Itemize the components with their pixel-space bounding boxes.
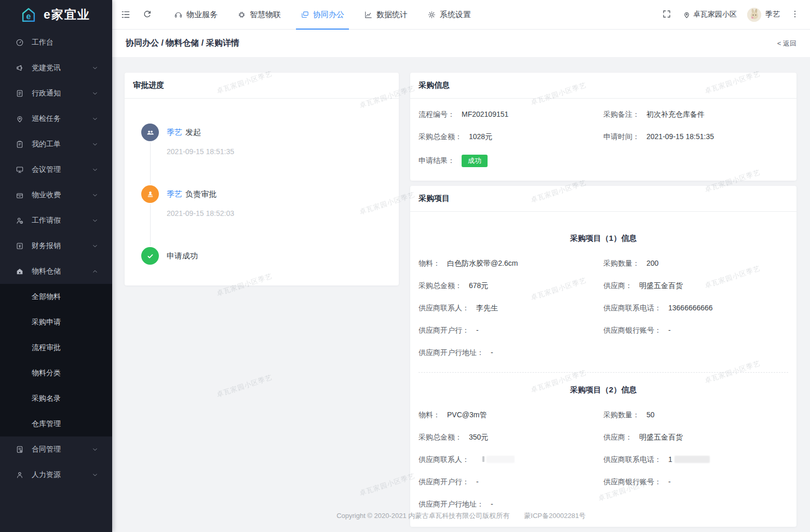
user-chip[interactable]: 季艺 <box>747 8 780 22</box>
topnav-system-settings[interactable]: 系统设置 <box>426 0 473 30</box>
item-field: 供应商开户行：- <box>419 326 603 335</box>
sidebar-item-warehouse[interactable]: 物料仓储 <box>0 258 112 284</box>
user-name: 季艺 <box>765 10 780 19</box>
item-field: 采购数量：200 <box>603 259 788 268</box>
stamp-icon <box>141 185 159 203</box>
redaction-box <box>487 456 515 463</box>
step-user-link[interactable]: 季艺 <box>167 128 182 137</box>
sidebar-item-meeting[interactable]: 会议管理 <box>0 157 112 182</box>
chevron-down-icon <box>91 64 99 72</box>
submenu-item[interactable]: 物料分类 <box>0 360 112 386</box>
sidebar-item-finance[interactable]: 财务报销 <box>0 233 112 258</box>
purchase-info-title: 采购信息 <box>410 73 797 99</box>
chevron-down-icon <box>91 90 99 97</box>
submenu-item[interactable]: 采购名录 <box>0 386 112 411</box>
topnav-smart-iot[interactable]: 智慧物联 <box>236 0 282 30</box>
item-field-grid: 物料：PVC@3m管采购数量：50采购总金额：350元供应商：明盛五金百货供应商… <box>419 411 788 509</box>
icp-text: 蒙ICP备20002281号 <box>524 512 586 520</box>
right-column: 采购信息 流程编号：MF202109151 采购备注：初次补充仓库备件 采购总金… <box>410 73 797 527</box>
item-field: 供应商银行账号：- <box>603 478 788 487</box>
sidebar-item-leave[interactable]: 工作请假 <box>0 208 112 233</box>
topnav-collab-office[interactable]: 协同办公 <box>299 0 346 30</box>
step-user-link[interactable]: 季艺 <box>167 189 182 198</box>
item-field-grid: 物料：白色防水胶带@2.6cm采购数量：200采购总金额：678元供应商：明盛五… <box>419 259 788 358</box>
back-button[interactable]: < 返回 <box>777 39 797 48</box>
item-field: 供应商银行账号：- <box>603 326 788 335</box>
submenu-item[interactable]: 采购申请 <box>0 309 112 335</box>
item-field: 供应商联系人： <box>419 455 603 465</box>
chevron-down-icon <box>91 166 99 173</box>
home-logo-icon: e <box>20 6 37 24</box>
chevron-down-icon <box>91 242 99 250</box>
sidebar-item-workorder[interactable]: 我的工单 <box>0 131 112 157</box>
topbar: 物业服务智慧物联协同办公数据统计系统设置 卓瓦家园小区 <box>112 0 810 30</box>
refresh-icon[interactable] <box>142 9 153 20</box>
check-icon <box>141 247 159 265</box>
community-name: 卓瓦家园小区 <box>693 10 737 19</box>
system-settings-icon <box>427 10 436 19</box>
submenu-item[interactable]: 仓库管理 <box>0 411 112 436</box>
chevron-down-icon <box>91 192 99 199</box>
chevron-down-icon <box>91 217 99 224</box>
step-action: 负责审批 <box>185 189 217 198</box>
topbar-right: 卓瓦家园小区 季艺 <box>662 8 801 22</box>
redacted-value <box>482 456 484 462</box>
sidebar-item-contract[interactable]: 合同管理 <box>0 436 112 462</box>
data-stats-icon <box>364 10 373 19</box>
app-logo[interactable]: e e家宜业 <box>0 0 112 30</box>
sidebar-item-notice[interactable]: 行政通知 <box>0 80 112 106</box>
hr-icon <box>16 470 24 479</box>
breadcrumb-bar: 协同办公 / 物料仓储 / 采购详情 < 返回 <box>112 30 810 57</box>
avatar <box>747 8 761 22</box>
field-apply-time: 申请时间：2021-09-15 18:51:35 <box>603 132 788 142</box>
step-timestamp: 2021-09-15 18:52:03 <box>167 209 234 217</box>
purchase-items-title: 采购项目 <box>410 186 797 212</box>
sidebar-item-hr[interactable]: 人力资源 <box>0 462 112 487</box>
item-field: 供应商开户行地址：- <box>419 500 603 509</box>
chevron-down-icon <box>91 471 99 479</box>
breadcrumb: 协同办公 / 物料仓储 / 采购详情 <box>126 38 239 49</box>
item-section-title: 采购项目（2）信息 <box>419 385 788 395</box>
item-field: 供应商：明盛五金百货 <box>603 433 788 442</box>
field-total-amount: 采购总金额：1028元 <box>419 132 603 142</box>
smart-iot-icon <box>237 10 246 19</box>
sidebar-item-patrol[interactable]: 巡检任务 <box>0 106 112 131</box>
approval-timeline: 季艺发起 2021-09-15 18:51:35 季艺负责审批 <box>125 99 399 265</box>
field-process-no: 流程编号：MF202109151 <box>419 110 603 119</box>
status-badge: 成功 <box>462 155 488 167</box>
community-selector[interactable]: 卓瓦家园小区 <box>683 10 737 19</box>
sidebar-item-fee[interactable]: 物业收费 <box>0 182 112 208</box>
menu-collapse-icon[interactable] <box>120 9 131 20</box>
contract-icon <box>16 445 24 454</box>
notice-icon <box>16 89 24 98</box>
chevron-down-icon <box>91 115 99 122</box>
meeting-icon <box>16 165 24 174</box>
sidebar-menu: 工作台党建党讯行政通知巡检任务我的工单会议管理物业收费工作请假财务报销物料仓储全… <box>0 30 112 487</box>
chevron-up-icon <box>91 268 99 275</box>
section-divider <box>419 372 788 373</box>
content-area: 审批进度 季艺发起 2021-09-15 18:51:35 <box>112 57 810 532</box>
submenu-warehouse: 全部物料采购申请流程审批物料分类采购名录仓库管理 <box>0 284 112 436</box>
party-icon <box>16 63 24 72</box>
topnav-data-stats[interactable]: 数据统计 <box>362 0 409 30</box>
sidebar-item-party[interactable]: 党建党讯 <box>0 55 112 80</box>
more-menu-icon[interactable] <box>790 9 801 20</box>
topnav-property-service[interactable]: 物业服务 <box>172 0 219 30</box>
sidebar-item-workbench[interactable]: 工作台 <box>0 30 112 55</box>
redaction-box <box>674 456 710 463</box>
topnav: 物业服务智慧物联协同办公数据统计系统设置 <box>164 0 481 29</box>
warehouse-icon <box>16 267 24 276</box>
fee-icon <box>16 190 24 199</box>
footer: Copyright © 2020-2021 内蒙古卓瓦科技有限公司版权所有蒙IC… <box>112 511 810 521</box>
submenu-item[interactable]: 全部物料 <box>0 284 112 309</box>
item-field: 采购总金额：350元 <box>419 433 603 442</box>
patrol-icon <box>16 114 24 123</box>
submenu-item[interactable]: 流程审批 <box>0 335 112 360</box>
copyright-text: Copyright © 2020-2021 内蒙古卓瓦科技有限公司版权所有 <box>336 512 509 520</box>
fullscreen-icon[interactable] <box>662 9 672 20</box>
finance-icon <box>16 241 24 250</box>
initiator-people-icon <box>141 124 159 141</box>
approval-step-success: 申请成功 <box>141 247 386 265</box>
field-purchase-note: 采购备注：初次补充仓库备件 <box>603 110 788 119</box>
main-area: 物业服务智慧物联协同办公数据统计系统设置 卓瓦家园小区 <box>112 0 810 532</box>
